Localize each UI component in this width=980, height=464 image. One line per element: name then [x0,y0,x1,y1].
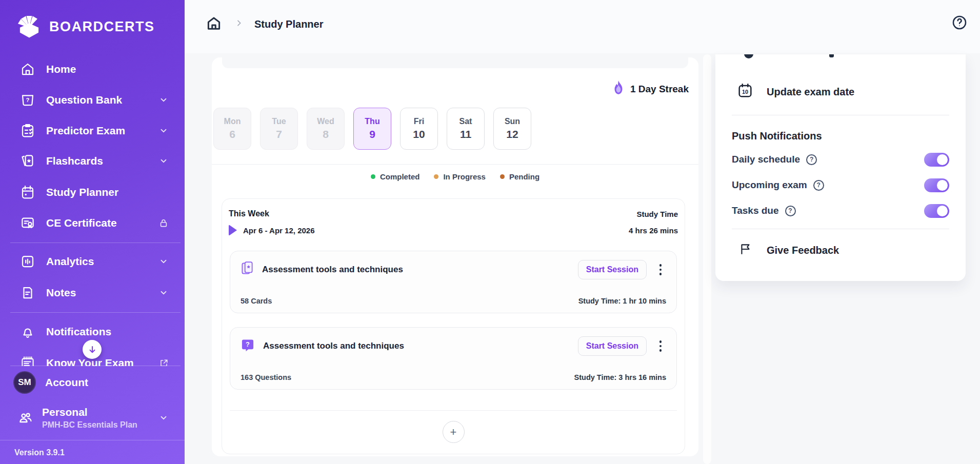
lock-icon [158,217,169,229]
day-chip-sun[interactable]: Sun 12 [493,108,531,150]
completed-dot-icon [371,174,375,179]
plan-title: Personal [42,406,150,418]
in-progress-dot-icon [434,174,438,179]
start-session-button[interactable]: Start Session [578,260,647,279]
svg-text:?: ? [26,97,30,103]
study-planner-icon [19,184,36,200]
sidebar-item-label: Home [46,63,169,75]
sidebar-item-label: Study Planner [46,186,169,198]
day-chip-thu-selected[interactable]: Thu 9 [353,108,391,150]
day-chip-sat[interactable]: Sat 11 [447,108,485,150]
study-time-label: Study Time [636,210,678,218]
flag-icon [739,242,752,258]
upcoming-exam-toggle[interactable] [924,178,949,192]
sidebar: BOARDCERTS Home ? Question Bank Predicto… [0,0,185,464]
update-exam-date-button[interactable]: 10 Update exam date [737,83,854,101]
sidebar-divider [10,366,181,366]
sidebar-item-label: Know Your Exam [46,357,148,366]
divider [732,115,949,115]
predictor-exam-icon [19,123,36,139]
sidebar-item-label: Notifications [46,326,169,338]
analytics-icon [19,253,36,270]
plan-selector[interactable]: Personal PMH-BC Essentials Plan [0,406,185,430]
svg-text:?: ? [246,340,250,348]
chevron-down-icon [158,125,169,136]
session-study-time: Study Time: 3 hrs 16 mins [574,373,666,381]
add-session-button[interactable]: + [443,421,465,443]
sidebar-divider [10,243,181,243]
day-chip-wed[interactable]: Wed 8 [307,108,345,150]
certificate-icon [19,215,36,231]
sidebar-item-label: Question Bank [46,94,148,106]
day-chip-mon[interactable]: Mon 6 [213,108,251,150]
sidebar-item-notes[interactable]: Notes [0,278,185,307]
week-date-range: Apr 6 - Apr 12, 2026 [243,226,315,235]
flashcards-icon [19,153,36,169]
plan-subtitle: PMH-BC Essentials Plan [42,420,150,430]
sidebar-item-predictor-exam[interactable]: Predictor Exam [0,116,185,145]
sidebar-divider [10,312,181,313]
chevron-down-icon [158,412,169,423]
sidebar-item-label: Predictor Exam [46,125,148,137]
day-chip-fri[interactable]: Fri 10 [400,108,438,150]
exam-settings-panel: 10 Update exam date Push Notifications D… [715,54,966,281]
sidebar-item-ce-certificate[interactable]: CE Certificate [0,209,185,237]
sidebar-item-analytics[interactable]: Analytics [0,247,185,276]
session-count: 58 Cards [241,297,272,305]
vertical-scrollbar[interactable] [703,54,711,464]
breadcrumb: Study Planner [204,14,323,34]
session-menu-kebab-icon[interactable] [655,261,666,278]
sidebar-item-label: Notes [46,287,148,299]
session-card-flashcards: Assessment tools and techniques Start Se… [230,251,677,313]
legend-in-progress: In Progress [434,172,486,181]
play-icon [229,225,237,236]
sidebar-item-flashcards[interactable]: Flashcards [0,147,185,175]
give-feedback-button[interactable]: Give Feedback [739,242,839,258]
notes-icon [19,285,36,301]
clipped-text-fragment [829,54,834,57]
daily-schedule-toggle[interactable] [924,153,949,167]
scroll-down-button[interactable] [83,340,102,359]
sidebar-item-study-planner[interactable]: Study Planner [0,178,185,207]
session-title: Assessment tools and techniques [262,265,570,275]
page-title: Study Planner [254,18,323,30]
help-circle-icon[interactable]: ? [806,154,817,165]
legend-pending: Pending [500,172,539,181]
exam-info-icon [19,355,36,366]
sidebar-item-question-bank[interactable]: ? Question Bank [0,86,185,114]
home-icon [19,61,36,77]
start-session-button[interactable]: Start Session [578,336,647,356]
chevron-down-icon [158,94,169,106]
help-circle-icon[interactable]: ? [813,180,824,191]
session-study-time: Study Time: 1 hr 10 mins [578,297,666,305]
pending-dot-icon [500,174,505,179]
divider [732,229,949,229]
clipped-card-above [222,57,688,68]
section-title: This Week [229,209,269,218]
help-button[interactable] [951,14,968,31]
clipped-icon-fragment [744,54,753,58]
sidebar-divider [0,440,185,440]
tasks-due-toggle[interactable] [924,204,949,218]
question-bank-icon: ? [19,92,36,108]
account-menu[interactable]: SM Account [13,371,88,394]
question-bubble-icon: ? [241,338,255,354]
study-planner-panel: 1 Day Streak Mon 6 Tue 7 Wed 8 Thu 9 Fri… [212,57,698,456]
session-card-questions: ? Assessment tools and techniques Start … [230,327,677,390]
account-label: Account [45,376,88,389]
day-chip-tue[interactable]: Tue 7 [260,108,298,150]
legend-completed: Completed [371,172,420,181]
study-time-value: 4 hrs 26 mins [629,226,678,235]
chevron-right-icon [235,19,243,29]
this-week-panel: This Week Study Time Apr 6 - Apr 12, 202… [222,198,685,454]
session-count: 163 Questions [241,373,291,381]
sidebar-item-home[interactable]: Home [0,55,185,84]
flashcard-deck-icon [241,261,254,278]
external-link-icon [158,357,169,366]
session-menu-kebab-icon[interactable] [655,337,666,355]
breadcrumb-home-button[interactable] [204,14,224,34]
streak-indicator: 1 Day Streak [612,80,689,98]
toggle-row-tasks-due: Tasks due ? [732,200,949,221]
team-icon [17,410,34,426]
help-circle-icon[interactable]: ? [785,206,796,216]
